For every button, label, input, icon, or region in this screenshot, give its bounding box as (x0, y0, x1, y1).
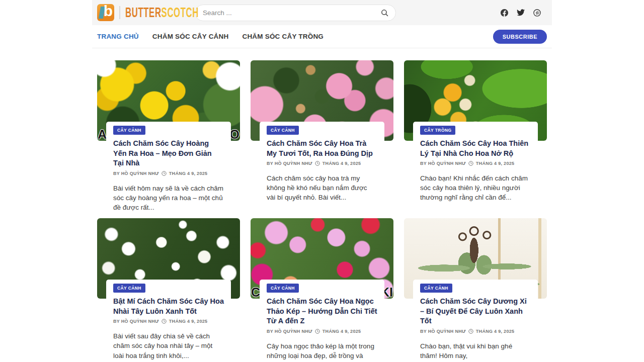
main-nav: TRANG CHỦCHĂM SÓC CÂY CẢNHCHĂM SÓC CÂY T… (97, 33, 337, 40)
site-container: b BUTTERSCOTCH (92, 0, 552, 362)
image-watermark-left: A (98, 127, 107, 142)
nav-item[interactable]: CHĂM SÓC CÂY TRỒNG (242, 33, 324, 40)
post-panel: CÂY CẢNH Bật Mí Cách Chăm Sóc Cây Hoa Nh… (106, 280, 231, 360)
clock-icon (468, 329, 473, 334)
byline-author: BY HỒ QUỲNH NHƯ (420, 161, 466, 166)
post-byline: BY HỒ QUỲNH NHƯ THÁNG 4 9, 2025 (420, 161, 531, 166)
byline-date: THÁNG 4 9, 2025 (476, 329, 515, 334)
post-title[interactable]: Cách Chăm Sóc Cây Dương Xỉ – Bí Quyết Để… (420, 297, 531, 326)
wordmark-part2: SCOTCH (162, 5, 199, 20)
byline-author: BY HỒ QUỲNH NHƯ (113, 171, 159, 176)
post-title[interactable]: Cách Chăm Sóc Cây Hoa Trà My Tươi Tốt, R… (267, 139, 377, 158)
post-excerpt: Cây hoa ngọc thảo kép là một trong những… (267, 341, 377, 362)
post-panel: CÂY CẢNH Cách Chăm Sóc Cây Hoa Trà My Tư… (260, 122, 384, 203)
post-card: CÂY CẢNH Cách Chăm Sóc Cây Hoa Trà My Tư… (251, 60, 393, 212)
wordmark-part1: BUTTER (125, 5, 162, 20)
posts-grid: A IO CÂY CẢNH Cách Chăm Sóc Cây Hoàng Yế… (97, 60, 547, 362)
logo-wordmark: BUTTERSCOTCH (125, 5, 182, 20)
post-excerpt: Chào bạn, thật vui khi bạn ghé thăm! Hôm… (420, 341, 531, 362)
clock-icon (162, 171, 167, 176)
byline-date: THÁNG 4 9, 2025 (169, 319, 208, 324)
post-card: A IO CÂY CẢNH Cách Chăm Sóc Cây Hoàng Yế… (97, 60, 240, 212)
post-byline: BY HỒ QUỲNH NHƯ THÁNG 4 9, 2025 (420, 329, 531, 334)
clock-icon (315, 161, 320, 166)
post-card: C KI CÂY CẢNH Cách Chăm Sóc Cây Hoa Ngọc… (251, 218, 393, 362)
search-input[interactable] (202, 9, 380, 17)
byline-date: THÁNG 4 9, 2025 (169, 171, 208, 176)
byline-author: BY HỒ QUỲNH NHƯ (267, 161, 312, 166)
nav-item[interactable]: CHĂM SÓC CÂY CẢNH (152, 33, 229, 40)
post-card: CÂY CẢNH Bật Mí Cách Chăm Sóc Cây Hoa Nh… (97, 218, 240, 362)
category-badge[interactable]: CÂY CẢNH (267, 126, 299, 135)
clock-icon (162, 319, 167, 324)
post-panel: CÂY TRỒNG Cách Chăm Sóc Cây Hoa Thiên Lý… (413, 122, 538, 203)
post-byline: BY HỒ QUỲNH NHƯ THÁNG 4 9, 2025 (267, 329, 377, 334)
byline-date: THÁNG 4 9, 2025 (323, 161, 361, 166)
category-badge[interactable]: CÂY TRỒNG (420, 126, 455, 135)
byline-date: THÁNG 4 9, 2025 (476, 161, 515, 166)
post-card: CÂY TRỒNG Cách Chăm Sóc Cây Hoa Thiên Lý… (404, 60, 547, 212)
post-panel: CÂY CẢNH Cách Chăm Sóc Cây Hoàng Yến Ra … (106, 122, 231, 212)
search-icon[interactable] (380, 9, 389, 17)
post-byline: BY HỒ QUỲNH NHƯ THÁNG 4 9, 2025 (113, 171, 224, 176)
post-title[interactable]: Bật Mí Cách Chăm Sóc Cây Hoa Nhài Tây Lu… (113, 297, 224, 316)
post-title[interactable]: Cách Chăm Sóc Cây Hoàng Yến Ra Hoa – Mẹo… (113, 139, 224, 168)
main-content: A IO CÂY CẢNH Cách Chăm Sóc Cây Hoàng Yế… (92, 48, 552, 362)
logo-letter: b (104, 4, 113, 20)
post-panel: CÂY CẢNH Cách Chăm Sóc Cây Dương Xỉ – Bí… (413, 280, 538, 362)
post-excerpt: Bài viết sau đây chia sẻ về cách chăm só… (113, 331, 224, 360)
post-panel: CÂY CẢNH Cách Chăm Sóc Cây Hoa Ngọc Thảo… (260, 280, 384, 362)
post-title[interactable]: Cách Chăm Sóc Cây Hoa Thiên Lý Tại Nhà C… (420, 139, 531, 158)
post-excerpt: Bài viết hôm nay sẽ là về cách chăm sóc … (113, 184, 224, 212)
category-badge[interactable]: CÂY CẢNH (113, 284, 145, 293)
post-byline: BY HỒ QUỲNH NHƯ THÁNG 4 9, 2025 (113, 319, 224, 324)
post-byline: BY HỒ QUỲNH NHƯ THÁNG 4 9, 2025 (267, 161, 377, 166)
site-header: b BUTTERSCOTCH (92, 0, 552, 25)
category-badge[interactable]: CÂY CẢNH (267, 284, 299, 293)
byline-author: BY HỒ QUỲNH NHƯ (267, 329, 312, 334)
facebook-icon[interactable] (501, 9, 508, 17)
byline-author: BY HỒ QUỲNH NHƯ (420, 329, 466, 334)
logo-divider (119, 6, 120, 19)
search-bar (195, 5, 396, 21)
nav-item[interactable]: TRANG CHỦ (97, 33, 139, 40)
site-logo[interactable]: b BUTTERSCOTCH (97, 4, 182, 21)
byline-author: BY HỒ QUỲNH NHƯ (113, 319, 159, 324)
twitter-icon[interactable] (517, 9, 525, 16)
post-card: CÂY CẢNH Cách Chăm Sóc Cây Dương Xỉ – Bí… (404, 218, 547, 362)
clock-icon (468, 161, 473, 166)
post-excerpt: Chào bạn! Khi nhắc đến cách chăm sóc cây… (420, 173, 531, 202)
byline-date: THÁNG 4 9, 2025 (323, 329, 361, 334)
social-links (501, 9, 546, 17)
pinterest-icon[interactable] (533, 9, 541, 17)
image-watermark-left: C (251, 285, 260, 300)
category-badge[interactable]: CÂY CẢNH (113, 126, 145, 135)
logo-icon: b (97, 4, 114, 21)
clock-icon (315, 329, 320, 334)
main-nav-row: TRANG CHỦCHĂM SÓC CÂY CẢNHCHĂM SÓC CÂY T… (92, 25, 552, 48)
post-title[interactable]: Cách Chăm Sóc Cây Hoa Ngọc Thảo Kép – Hư… (267, 297, 377, 326)
post-excerpt: Cách chăm sóc cây hoa trà my không hề kh… (267, 173, 377, 202)
category-badge[interactable]: CÂY CẢNH (420, 284, 452, 293)
subscribe-button[interactable]: SUBSCRIBE (493, 30, 547, 44)
